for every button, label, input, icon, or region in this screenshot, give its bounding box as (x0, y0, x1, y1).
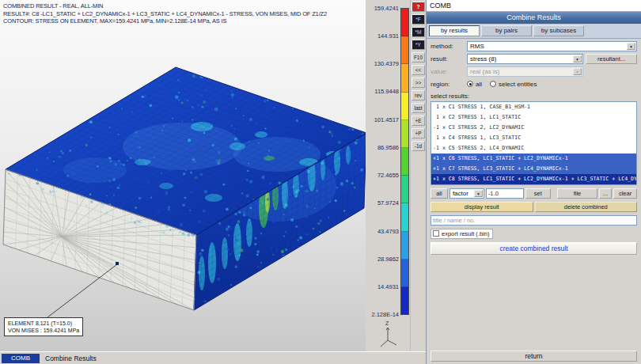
value-label: value: (430, 68, 467, 75)
factor-mode-value: factor (453, 189, 468, 198)
model-canvas (0, 0, 366, 351)
status-bar: COMB Combine Results (0, 351, 426, 364)
annotation-element-id: ELEMENT 8,121 (T=15.0) (8, 320, 79, 327)
file-button[interactable]: file (557, 188, 598, 199)
colorbar-gradient (400, 8, 409, 315)
toolbar-button-help[interactable]: ? (412, 2, 425, 12)
colorbar-value: 14.4931 (366, 283, 399, 290)
colorbar-segment (401, 203, 408, 231)
results-listbox[interactable]: 1 x C1 STRESS 1, CASE_B1_HSM-1 1 x C2 ST… (430, 101, 637, 185)
colorbar-segment (401, 232, 408, 260)
element-annotation: ELEMENT 8,121 (T=15.0) VON MISES : 159.4… (4, 317, 83, 336)
select-results-label: select results: (430, 93, 469, 100)
result-list-item[interactable]: +1 x C6 STRESS, LC1_STATIC + LC2_DYNAMIC… (431, 154, 636, 164)
title-row (430, 214, 637, 226)
result-list-item[interactable]: 1 x C2 STRESS 1, LC1_STATIC (431, 112, 636, 123)
colorbar-value: 159.4241 (366, 5, 399, 12)
result-header-line-2: RESULT#: C8 -LC1_STATIC + LC2_DYNAMICx-1… (3, 10, 327, 18)
chevron-down-icon[interactable]: ▼ (573, 55, 582, 63)
set-button[interactable]: set (525, 188, 551, 199)
clear-button[interactable]: clear (613, 188, 637, 199)
return-button[interactable]: return (430, 351, 637, 362)
toolbar-button-prev[interactable]: << (412, 65, 425, 75)
toolbar-button-add-element[interactable]: +E (412, 116, 425, 126)
delete-combined-button[interactable]: delete combined (535, 202, 638, 212)
colorbar-segment (401, 120, 408, 148)
toolbar-button-add-point[interactable]: +P (412, 128, 425, 138)
colorbar-value: 101.4517 (366, 116, 399, 123)
tab-by-subcases[interactable]: by subcases (533, 25, 584, 36)
value-value: real (as is) (470, 67, 499, 76)
model-viewport[interactable]: COMBINED RESULT - REAL, ALL-MIN RESULT#:… (0, 0, 366, 351)
create-combined-result-button[interactable]: create combined result (430, 242, 637, 255)
toolbar-button-model-view[interactable]: *M (412, 27, 425, 37)
toolbar-button-last[interactable]: last (412, 103, 425, 113)
chevron-down-icon[interactable]: ▼ (474, 190, 483, 197)
radio-all-label: all (476, 81, 482, 88)
result-value: stress (8) (470, 55, 496, 63)
dialog-titlebar: Combine Results (427, 12, 641, 24)
window-tab: COMB (427, 0, 641, 12)
factor-select[interactable]: factor ▼ (449, 188, 484, 199)
toolbar-button-next[interactable]: >> (412, 78, 425, 88)
highlighted-element-marker (116, 262, 119, 265)
result-header-line-1: COMBINED RESULT - REAL, ALL-MIN (3, 2, 327, 10)
display-delete-row: display result delete combined (430, 201, 637, 212)
export-checkbox[interactable] (433, 230, 439, 237)
result-label: result: (430, 55, 467, 63)
colorbar-value: 28.9862 (366, 256, 399, 263)
all-button[interactable]: all (430, 188, 448, 199)
export-row: export result (.bin) (430, 228, 637, 239)
result-list-item[interactable]: -1 x C3 STRESS 2, LC2_DYNAMIC (431, 123, 636, 133)
colorbar-segment (401, 64, 408, 92)
radio-select-entities[interactable] (490, 81, 496, 87)
method-select[interactable]: RMS ▼ (467, 41, 637, 51)
factor-row: all factor ▼ set file ... clear (430, 188, 637, 199)
toolbar-button-reverse[interactable]: rev (412, 90, 425, 100)
result-select[interactable]: stress (8) ▼ (467, 54, 583, 64)
chevron-down-icon[interactable]: ▼ (627, 43, 635, 50)
colorbar-segment (401, 148, 408, 176)
toolbar-button-front-view[interactable]: *F (412, 14, 425, 25)
axis-triad: Z (377, 318, 400, 353)
colorbar-segment (401, 260, 408, 287)
toolbar-button-f10[interactable]: F10 (412, 52, 425, 63)
radio-select-entities-label: select entities (499, 81, 537, 88)
viewport-toolbar: ?*F*M*YF10<<>>revlast+E+P-1d (410, 0, 426, 351)
result-header: COMBINED RESULT - REAL, ALL-MIN RESULT#:… (3, 2, 327, 25)
title-input[interactable] (430, 215, 637, 226)
method-value: RMS (470, 42, 484, 51)
colorbar-value: 43.4793 (366, 228, 399, 235)
status-text: Combine Results (45, 355, 97, 362)
radio-all[interactable] (467, 81, 473, 87)
toolbar-button-minus-1d[interactable]: -1d (412, 141, 425, 151)
resultant-button[interactable]: resultant... (586, 54, 637, 64)
value-row: value: real (as is) ▼ (430, 66, 637, 77)
colorbar-legend: 159.4241144.931130.4379115.9448101.45178… (366, 0, 410, 351)
tab-by-results[interactable]: by results (429, 25, 480, 36)
toolbar-button-y-view[interactable]: *Y (412, 40, 425, 50)
result-list-item[interactable]: 1 x C1 STRESS 1, CASE_B1_HSM-1 (431, 102, 636, 112)
colorbar-value: 115.9448 (366, 88, 399, 95)
result-row: result: stress (8) ▼ resultant... (430, 53, 637, 64)
more-button[interactable]: ... (599, 188, 612, 199)
result-list-item[interactable]: 1 x C4 STRESS 1, LC3_STATIC (431, 133, 636, 143)
result-list-item[interactable]: -1 x C5 STRESS 2, LC4_DYNAMIC (431, 143, 636, 154)
annotation-leader-line (47, 264, 117, 317)
factor-input[interactable] (486, 188, 524, 199)
colorbar-segment (401, 36, 408, 64)
method-row: method: RMS ▼ (430, 40, 637, 51)
tab-bar: by results by pairs by subcases (427, 24, 641, 39)
tab-by-pairs[interactable]: by pairs (481, 25, 532, 36)
annotation-stress-value: VON MISES : 159.4241 MPa (8, 327, 79, 334)
colorbar-value: 144.931 (366, 32, 399, 40)
region-label: region: (430, 81, 467, 88)
display-result-button[interactable]: display result (430, 202, 533, 212)
result-list-item[interactable]: +1 x C7 STRESS, LC3_STATIC + LC4_DYNAMIC… (431, 164, 636, 174)
result-list-item[interactable]: +1 x C8 STRESS, LC1_STATIC + LC2_DYNAMIC… (431, 174, 636, 184)
colorbar-segment (401, 93, 408, 120)
colorbar-segment (401, 287, 408, 314)
colorbar-value: 72.4655 (366, 172, 399, 179)
status-badge: COMB (2, 354, 40, 363)
combine-results-panel: COMB Combine Results by results by pairs… (426, 0, 641, 364)
